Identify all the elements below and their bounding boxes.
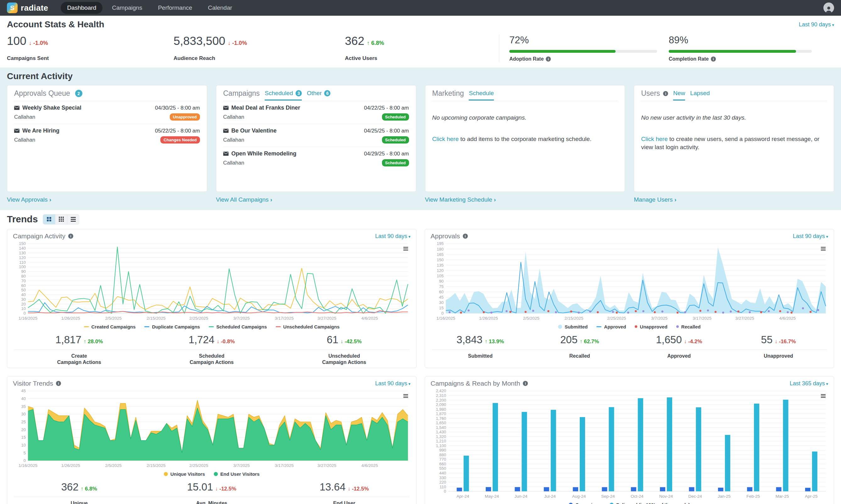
view-approvals-link[interactable]: View Approvals (7, 196, 207, 203)
stat-active-users: 362↑ 6.8% Active Users (345, 35, 499, 61)
svg-text:220: 220 (439, 480, 446, 485)
svg-text:2,310: 2,310 (436, 393, 446, 398)
legend-item[interactable]: Created Campaigns (84, 324, 136, 329)
svg-text:880: 880 (439, 452, 446, 457)
nav-item-calendar[interactable]: Calendar (202, 2, 238, 14)
tab-scheduled[interactable]: Scheduled3 (265, 90, 302, 101)
legend-item[interactable]: Delivered (in 100's of thousands) (610, 502, 690, 504)
legend-item[interactable]: Unique Visitors (164, 471, 205, 477)
svg-text:90: 90 (21, 269, 26, 274)
legend-item[interactable]: Recalled (676, 324, 701, 329)
tab-schedule[interactable]: Schedule (469, 90, 494, 101)
item-subtitle: Callahan (14, 137, 35, 143)
campaign-activity-card: Campaign Activity Last 90 days 010203040… (7, 229, 416, 368)
svg-text:1,320: 1,320 (436, 434, 446, 439)
svg-text:4/6/2025: 4/6/2025 (779, 316, 795, 321)
legend-item[interactable]: Duplicate Campaigns (144, 324, 200, 329)
info-icon[interactable] (663, 91, 668, 96)
chart-stat-delta: ↓ -42.5% (341, 339, 362, 344)
svg-text:660: 660 (439, 462, 446, 466)
grid-2x2-view-button[interactable] (43, 215, 55, 224)
legend-item[interactable]: Campaigns (569, 502, 601, 504)
status-badge: Scheduled (382, 113, 409, 121)
svg-text:1,650: 1,650 (436, 420, 446, 425)
info-icon[interactable] (523, 381, 528, 386)
visitor-trends-chart: 0510152025303540451/16/20251/26/20252/5/… (13, 389, 411, 469)
svg-text:60: 60 (21, 283, 26, 288)
legend-item[interactable]: Unapproved (635, 324, 667, 329)
svg-text:3/27/2025: 3/27/2025 (317, 316, 337, 321)
chart-range-selector[interactable]: Last 90 days (793, 233, 828, 239)
info-icon[interactable] (711, 56, 716, 61)
list-item[interactable]: Be Our Valentine 04/25/25 - 8:00 am Call… (223, 124, 409, 147)
svg-text:1,100: 1,100 (436, 444, 446, 448)
legend-item[interactable]: Approved (596, 324, 626, 329)
legend-item[interactable]: Scheduled Campaigns (209, 324, 267, 329)
list-item[interactable]: Open While Remodeling 04/29/25 - 8:00 am… (223, 147, 409, 169)
item-datetime: 05/22/25 - 8:00 am (155, 128, 200, 134)
svg-text:2/15/2025: 2/15/2025 (147, 463, 166, 468)
stat-completion-rate: 89% Completion Rate (669, 35, 834, 62)
chart-range-selector[interactable]: Last 90 days (375, 233, 410, 239)
svg-text:140: 140 (19, 246, 26, 251)
view-all-campaigns-link[interactable]: View All Campaigns (216, 196, 416, 203)
current-activity-section: Current Activity Approvals Queue 2 Weekl… (0, 68, 841, 210)
chart-stat-label: Scheduled Campaign Actions (145, 353, 278, 366)
account-stats-section: Account Stats & Health Last 90 days 100↓… (0, 16, 841, 66)
chart-menu-icon[interactable] (404, 247, 408, 251)
info-icon[interactable] (68, 234, 73, 239)
svg-text:45: 45 (21, 389, 26, 394)
svg-text:Sep-24: Sep-24 (601, 494, 615, 499)
nav-item-performance[interactable]: Performance (152, 2, 199, 14)
chart-title: Campaign Activity (13, 232, 65, 240)
item-subtitle: Callahan (14, 114, 35, 120)
nav-item-campaigns[interactable]: Campaigns (106, 2, 149, 14)
legend-marker-icon (84, 326, 89, 327)
svg-text:105: 105 (437, 273, 444, 278)
user-avatar-icon[interactable] (823, 2, 834, 13)
list-item[interactable]: Meal Deal at Franks Diner 04/22/25 - 8:0… (223, 101, 409, 124)
svg-text:Oct-24: Oct-24 (631, 494, 643, 499)
svg-text:40: 40 (21, 396, 26, 401)
chart-stat-delta: ↑ 28.0% (84, 339, 103, 344)
tab-lapsed[interactable]: Lapsed (690, 90, 709, 101)
list-view-button[interactable] (67, 215, 79, 224)
view-marketing-schedule-link[interactable]: View Marketing Schedule (425, 196, 625, 203)
chart-menu-icon[interactable] (821, 394, 826, 398)
svg-text:135: 135 (437, 263, 444, 268)
grid-3x3-view-button[interactable] (55, 215, 67, 224)
item-datetime: 04/25/25 - 8:00 am (364, 128, 409, 134)
marketing-click-here-link[interactable]: Click here (432, 136, 459, 142)
campaigns-reach-chart: 01102203304405506607708809901,1001,2101,… (431, 389, 828, 500)
list-item[interactable]: Weekly Shake Special 04/30/25 - 8:00 am … (14, 101, 200, 124)
trends-section: Trends Campaign Activity Last 90 days 01… (0, 210, 841, 504)
chart-menu-icon[interactable] (821, 247, 826, 251)
tab-other[interactable]: Other6 (307, 90, 331, 101)
legend-item[interactable]: Unscheduled Campaigns (276, 324, 340, 329)
list-item[interactable]: We Are Hiring 05/22/25 - 8:00 am Callaha… (14, 124, 200, 147)
campaign-activity-chart: 01020304050607080901001101201301401501/1… (13, 241, 411, 322)
svg-text:120: 120 (19, 255, 26, 260)
svg-text:45: 45 (439, 295, 443, 300)
chart-title: Campaigns & Reach by Month (431, 380, 520, 387)
chart-range-selector[interactable]: Last 365 days (790, 380, 828, 387)
manage-users-link[interactable]: Manage Users (634, 196, 834, 203)
chart-menu-icon[interactable] (404, 394, 408, 398)
users-click-here-link[interactable]: Click here (641, 136, 667, 142)
nav-item-dashboard[interactable]: Dashboard (61, 2, 103, 14)
chart-range-selector[interactable]: Last 90 days (375, 380, 410, 387)
chart-stat-value: 1,817 (55, 334, 82, 345)
info-icon[interactable] (546, 56, 551, 61)
legend-marker-icon (676, 325, 679, 328)
info-icon[interactable] (463, 234, 468, 239)
svg-text:15: 15 (21, 435, 26, 440)
svg-text:1/16/2025: 1/16/2025 (19, 316, 37, 321)
legend-item[interactable]: End User Visitors (214, 471, 260, 477)
svg-text:1,870: 1,870 (436, 411, 446, 416)
account-range-selector[interactable]: Last 90 days (799, 21, 834, 28)
legend-item[interactable]: Submitted (558, 324, 588, 329)
info-icon[interactable] (56, 381, 61, 386)
item-subtitle: Callahan (223, 137, 244, 143)
stat-audience-reach: 5,833,500↓ -1.0% Audience Reach (174, 35, 345, 61)
tab-new[interactable]: New (673, 90, 685, 101)
